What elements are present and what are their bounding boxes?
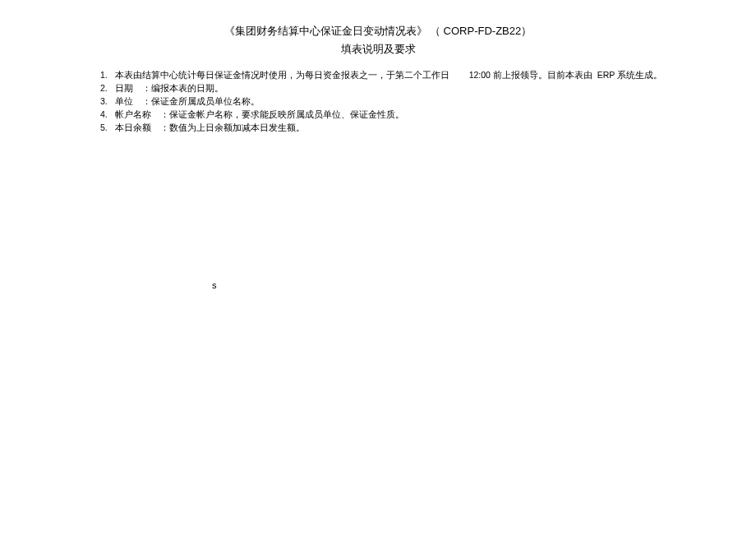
list-text: 日期 ：编报本表的日期。 xyxy=(115,82,707,95)
list-text: 单位 ：保证金所属成员单位名称。 xyxy=(115,95,707,108)
list-item: 4. 帐户名称 ：保证金帐户名称，要求能反映所属成员单位、保证金性质。 xyxy=(100,108,707,121)
title-post: ） xyxy=(521,25,532,37)
list-text: 帐户名称 ：保证金帐户名称，要求能反映所属成员单位、保证金性质。 xyxy=(115,108,707,121)
title-pre: 《集团财务结算中心保证金日变动情况表》 （ xyxy=(224,25,440,37)
list-item: 1. 本表由结算中心统计每日保证金情况时使用，为每日资金报表之一，于第二个工作日… xyxy=(100,69,707,81)
list-item: 5. 本日余额 ：数值为上日余额加减本日发生额。 xyxy=(100,122,707,134)
document-title-block: 《集团财务结算中心保证金日变动情况表》 （ CORP-FD-ZB22） 填表说明… xyxy=(0,0,756,69)
list-number: 1. xyxy=(100,69,115,81)
list-number: 5. xyxy=(100,122,115,134)
list-item: 3. 单位 ：保证金所属成员单位名称。 xyxy=(100,95,707,108)
list-number: 3. xyxy=(100,95,115,108)
list-number: 4. xyxy=(100,108,115,121)
list-text: 本表由结算中心统计每日保证金情况时使用，为每日资金报表之一，于第二个工作日 12… xyxy=(115,69,707,81)
stray-character: s xyxy=(212,280,217,290)
document-title-line1: 《集团财务结算中心保证金日变动情况表》 （ CORP-FD-ZB22） xyxy=(0,23,756,39)
list-text: 本日余额 ：数值为上日余额加减本日发生额。 xyxy=(115,122,707,134)
list-item: 2. 日期 ：编报本表的日期。 xyxy=(100,82,707,95)
instruction-list: 1. 本表由结算中心统计每日保证金情况时使用，为每日资金报表之一，于第二个工作日… xyxy=(0,69,756,134)
list-number: 2. xyxy=(100,82,115,95)
document-title-line2: 填表说明及要求 xyxy=(0,41,756,58)
title-code: CORP-FD-ZB22 xyxy=(440,25,521,37)
